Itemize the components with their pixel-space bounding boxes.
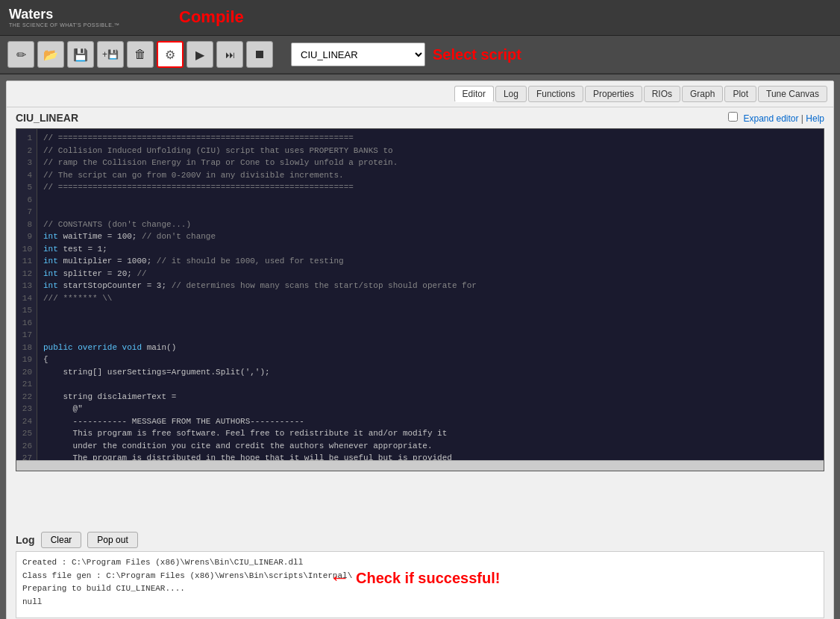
log-title: Log <box>16 534 35 546</box>
logo-area: Waters THE SCIENCE OF WHAT'S POSSIBLE.™ <box>9 7 119 28</box>
expand-link[interactable]: Expand editor <box>743 113 798 124</box>
run-button[interactable]: ▶ <box>187 41 213 68</box>
compile-button[interactable]: ⚙ <box>157 41 184 68</box>
expand-help: Expand editor | Help <box>728 112 824 124</box>
help-link[interactable]: Help <box>806 113 824 124</box>
tab-properties[interactable]: Properties <box>585 86 642 102</box>
step-button[interactable]: ⏭ <box>216 41 243 68</box>
expand-checkbox[interactable] <box>728 112 738 122</box>
clear-button[interactable]: Clear <box>41 532 82 548</box>
check-annotation: ← Check if successful! <box>329 566 500 590</box>
code-text[interactable]: // =====================================… <box>37 129 824 460</box>
logo-title: Waters <box>9 7 119 22</box>
tab-functions[interactable]: Functions <box>528 86 583 102</box>
script-select-area: CIU_LINEAR CIU_TRAP CIU_CONE Select scri… <box>291 43 521 66</box>
tab-plot[interactable]: Plot <box>724 86 756 102</box>
check-label: Check if successful! <box>356 570 500 587</box>
code-scroll[interactable]: 12345 678910 1112131415 1617181920 21222… <box>16 129 824 460</box>
logo-subtitle: THE SCIENCE OF WHAT'S POSSIBLE.™ <box>9 22 119 28</box>
open-button[interactable]: 📂 <box>37 41 64 68</box>
header: Waters THE SCIENCE OF WHAT'S POSSIBLE.™ … <box>0 0 840 36</box>
editor-header: CIU_LINEAR Expand editor | Help <box>16 107 824 128</box>
delete-button[interactable]: 🗑 <box>127 41 154 68</box>
tab-tune-canvas[interactable]: Tune Canvas <box>758 86 827 102</box>
arrow-icon: ← <box>329 566 350 590</box>
select-script-annotation: Select script <box>433 46 521 63</box>
editor-area: CIU_LINEAR Expand editor | Help 12345 67… <box>7 107 833 529</box>
script-title: CIU_LINEAR <box>16 112 78 124</box>
tab-log[interactable]: Log <box>495 86 527 102</box>
save-button[interactable]: 💾 <box>67 41 94 68</box>
tab-bar: Editor Log Functions Properties RIOs Gra… <box>7 81 833 107</box>
stop-button[interactable]: ⏹ <box>246 41 273 68</box>
new-button[interactable]: +💾 <box>97 41 124 68</box>
log-section: Log Clear Pop out Created : C:\Program F… <box>7 529 833 619</box>
tab-editor[interactable]: Editor <box>454 86 494 102</box>
log-header: Log Clear Pop out <box>16 532 824 548</box>
tab-rios[interactable]: RIOs <box>644 86 680 102</box>
toolbar: ✏ 📂 💾 +💾 🗑 ⚙ ▶ ⏭ ⏹ CIU_LINEAR CIU_TRAP C… <box>0 36 840 75</box>
edit-button[interactable]: ✏ <box>7 41 34 68</box>
code-container: 12345 678910 1112131415 1617181920 21222… <box>16 128 824 471</box>
horizontal-scrollbar[interactable] <box>16 460 824 471</box>
line-numbers: 12345 678910 1112131415 1617181920 21222… <box>16 129 37 460</box>
script-dropdown[interactable]: CIU_LINEAR CIU_TRAP CIU_CONE <box>291 43 425 66</box>
tab-graph[interactable]: Graph <box>682 86 723 102</box>
popout-button[interactable]: Pop out <box>87 532 137 548</box>
main-panel: Editor Log Functions Properties RIOs Gra… <box>6 81 834 619</box>
compile-annotation: Compile <box>179 7 244 27</box>
code-content: 12345 678910 1112131415 1617181920 21222… <box>16 129 824 460</box>
